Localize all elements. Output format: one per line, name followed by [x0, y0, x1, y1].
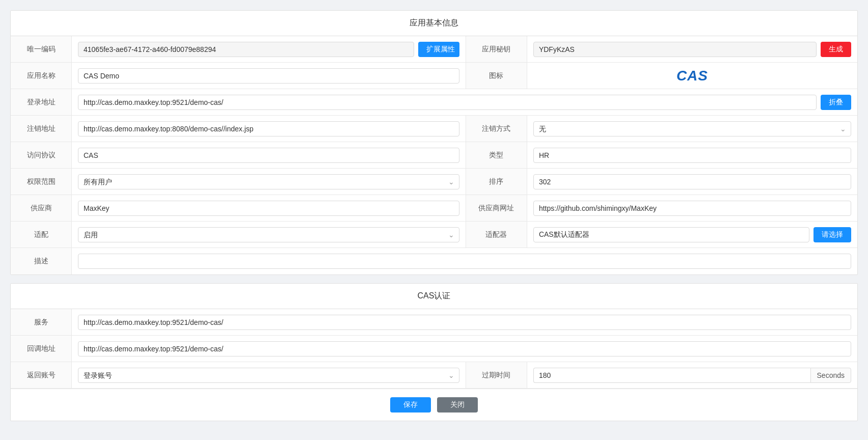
adapter-device-input[interactable] [533, 227, 809, 242]
row-logout-addr: 注销地址 注销方式 无 前端 后端 ⌄ [11, 116, 857, 142]
logout-method-label: 注销方式 [466, 116, 527, 142]
row-callback: 回调地址 [11, 336, 857, 362]
expire-time-input[interactable] [533, 368, 810, 383]
login-addr-input[interactable] [78, 95, 817, 110]
row-app-name: 应用名称 图标 CAS [11, 63, 857, 89]
cas-auth-section: CAS认证 服务 回调地址 返回账号 登录账号 手机号 邮箱 [10, 283, 858, 421]
logout-method-select[interactable]: 无 前端 后端 [533, 121, 851, 136]
permission-label: 权限范围 [11, 169, 72, 195]
row-supplier: 供应商 供应商网址 [11, 195, 857, 222]
return-account-select[interactable]: 登录账号 手机号 邮箱 [78, 368, 459, 383]
logout-addr-input[interactable] [78, 121, 459, 136]
row-description: 描述 [11, 248, 857, 274]
icon-label: 图标 [466, 63, 527, 89]
supplier-url-input[interactable] [533, 201, 851, 216]
logout-addr-label: 注销地址 [11, 116, 72, 142]
adapter-device-label: 适配器 [466, 222, 527, 248]
type-label: 类型 [466, 142, 527, 168]
row-service: 服务 [11, 309, 857, 336]
sort-label: 排序 [466, 169, 527, 195]
unique-code-input[interactable] [78, 42, 414, 57]
basic-info-section: 应用基本信息 唯一编码 扩展属性 应用秘钥 生成 应用名称 图标 CA [10, 10, 858, 275]
basic-info-title: 应用基本信息 [11, 11, 857, 36]
cas-auth-title: CAS认证 [11, 284, 857, 309]
access-protocol-label: 访问协议 [11, 142, 72, 168]
callback-label: 回调地址 [11, 336, 72, 362]
supplier-label: 供应商 [11, 195, 72, 221]
permission-select-wrapper: 所有用户 指定用户 指定组织 ⌄ [78, 174, 459, 189]
generate-button[interactable]: 生成 [821, 42, 851, 57]
expire-time-label: 过期时间 [466, 362, 527, 388]
app-name-input[interactable] [78, 68, 459, 84]
row-permission: 权限范围 所有用户 指定用户 指定组织 ⌄ 排序 [11, 169, 857, 195]
service-input[interactable] [78, 315, 851, 330]
unique-code-label: 唯一编码 [11, 36, 72, 62]
row-adapter: 适配 启用 禁用 ⌄ 适配器 请选择 [11, 222, 857, 248]
sort-input[interactable] [533, 174, 851, 189]
description-label: 描述 [11, 248, 72, 274]
expire-time-wrapper: Seconds [533, 368, 851, 383]
callback-input[interactable] [78, 341, 851, 356]
row-login-addr: 登录地址 折叠 [11, 89, 857, 116]
row-access-protocol: 访问协议 类型 [11, 142, 857, 169]
permission-select[interactable]: 所有用户 指定用户 指定组织 [78, 174, 459, 189]
login-addr-label: 登录地址 [11, 89, 72, 115]
app-name-label: 应用名称 [11, 63, 72, 89]
return-account-label: 返回账号 [11, 362, 72, 388]
supplier-input[interactable] [78, 201, 459, 216]
description-input[interactable] [78, 254, 851, 269]
type-input[interactable] [533, 148, 851, 163]
adapter-select-wrapper: 启用 禁用 ⌄ [78, 227, 459, 242]
row-unique-code: 唯一编码 扩展属性 应用秘钥 生成 [11, 36, 857, 63]
adapter-select[interactable]: 启用 禁用 [78, 227, 459, 242]
logout-method-select-wrapper: 无 前端 后端 ⌄ [533, 121, 851, 136]
adapter-label: 适配 [11, 222, 72, 248]
app-secret-label: 应用秘钥 [466, 36, 527, 62]
supplier-url-label: 供应商网址 [466, 195, 527, 221]
expand-attr-button[interactable]: 扩展属性 [418, 42, 459, 57]
seconds-suffix: Seconds [810, 368, 851, 383]
app-secret-input[interactable] [533, 42, 817, 57]
close-button[interactable]: 关闭 [437, 397, 478, 413]
fold-button[interactable]: 折叠 [821, 95, 851, 110]
save-button[interactable]: 保存 [390, 397, 431, 413]
bottom-actions: 保存 关闭 [11, 389, 857, 421]
row-return-account: 返回账号 登录账号 手机号 邮箱 ⌄ 过期时间 Seconds [11, 362, 857, 389]
access-protocol-input[interactable] [78, 148, 459, 163]
select-adapter-button[interactable]: 请选择 [813, 227, 851, 242]
return-account-select-wrapper: 登录账号 手机号 邮箱 ⌄ [78, 368, 459, 383]
service-label: 服务 [11, 309, 72, 335]
cas-logo-icon: CAS [676, 68, 708, 84]
